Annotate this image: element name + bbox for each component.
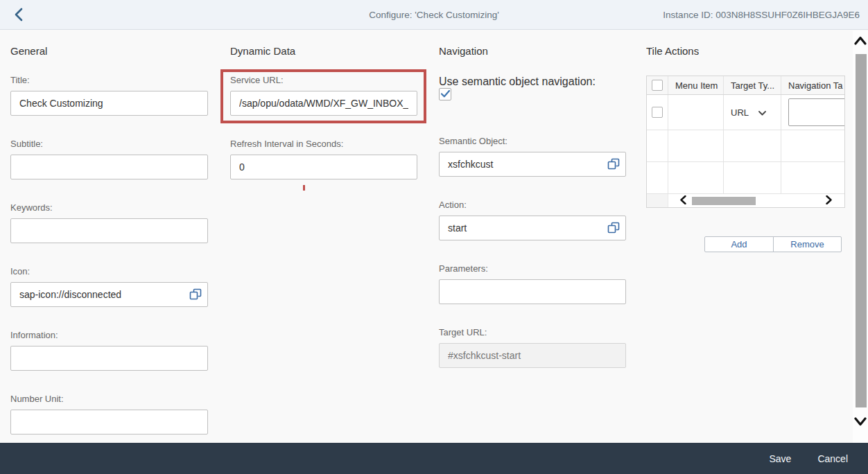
chevron-right-icon [826, 196, 832, 207]
navigation-target-input[interactable] [788, 98, 845, 126]
add-button[interactable]: Add [704, 236, 774, 252]
instance-id: Instance ID: 003N8H8SSUHF0Z6IHBEGJA9E6 [663, 10, 860, 20]
refresh-interval-label: Refresh Interval in Seconds: [230, 139, 417, 149]
header-bar: Configure: 'Check Customizing' Instance … [0, 0, 868, 30]
service-url-input[interactable] [230, 91, 417, 116]
action-field-group: Action: [439, 200, 626, 240]
icon-field-group: Icon: [10, 267, 208, 307]
parameters-label: Parameters: [439, 264, 626, 274]
value-help-icon [189, 292, 202, 303]
cancel-button[interactable]: Cancel [809, 449, 856, 468]
column-header-target-type: Target Ty... [724, 76, 781, 94]
title-input[interactable] [10, 91, 208, 116]
target-type-select[interactable]: URL [731, 107, 766, 118]
semantic-nav-checkbox[interactable] [439, 88, 451, 100]
keywords-field-group: Keywords: [10, 203, 208, 243]
chevron-down-icon [758, 107, 766, 118]
scrollbar-corner [647, 194, 668, 208]
icon-value-help-button[interactable] [189, 288, 202, 301]
tile-actions-header-row: Menu Item Target Ty... Navigation Ta [647, 76, 845, 95]
navigation-heading: Navigation [439, 46, 626, 57]
subtitle-input[interactable] [10, 155, 208, 179]
information-label: Information: [10, 331, 208, 340]
table-row: URL [647, 95, 845, 130]
target-url-field-group: Target URL: [439, 328, 626, 368]
back-chevron-icon [13, 8, 24, 24]
section-dynamic-data: Dynamic Data Service URL: Refresh Interv… [230, 46, 417, 203]
vertical-scrollbar [853, 30, 868, 444]
chevron-down-icon [854, 418, 867, 428]
chevron-left-icon [680, 196, 686, 207]
tile-actions-buttons: Add Remove [704, 236, 842, 252]
semantic-nav-label: Use semantic object navigation: [439, 76, 596, 87]
horizontal-scrollbar-thumb[interactable] [692, 197, 756, 205]
semantic-nav-field-group: Use semantic object navigation: [439, 76, 626, 100]
action-input[interactable] [439, 216, 626, 240]
tile-actions-heading: Tile Actions [646, 46, 845, 57]
number-unit-label: Number Unit: [10, 394, 208, 404]
chevron-up-icon [854, 37, 867, 47]
value-help-icon [607, 162, 620, 173]
semantic-object-label: Semantic Object: [439, 137, 626, 146]
select-all-checkbox[interactable] [652, 80, 663, 91]
value-help-icon [607, 226, 620, 236]
parameters-field-group: Parameters: [439, 264, 626, 304]
refresh-interval-input[interactable] [230, 155, 417, 179]
keywords-input[interactable] [10, 218, 208, 243]
title-label: Title: [10, 76, 208, 85]
column-header-menu-item: Menu Item [668, 76, 724, 94]
icon-label: Icon: [10, 267, 208, 276]
number-unit-input[interactable] [10, 410, 208, 434]
keywords-label: Keywords: [10, 203, 208, 213]
scroll-right-button[interactable] [826, 195, 832, 207]
save-button[interactable]: Save [761, 449, 799, 468]
scroll-left-button[interactable] [680, 195, 686, 207]
back-button[interactable] [8, 6, 29, 25]
table-horizontal-scrollbar [647, 194, 845, 208]
section-navigation: Navigation Use semantic object navigatio… [439, 46, 626, 392]
target-url-label: Target URL: [439, 328, 626, 337]
semantic-object-value-help-button[interactable] [607, 158, 620, 170]
number-unit-field-group: Number Unit: [10, 394, 208, 434]
icon-input[interactable] [10, 282, 208, 307]
scroll-down-button[interactable] [854, 417, 867, 428]
subtitle-label: Subtitle: [10, 139, 208, 149]
scroll-up-button[interactable] [854, 36, 867, 47]
semantic-object-input[interactable] [439, 152, 626, 177]
general-heading: General [10, 46, 208, 57]
refresh-interval-field-group: Refresh Interval in Seconds: [230, 139, 417, 179]
vertical-scrollbar-thumb[interactable] [856, 54, 867, 407]
section-tile-actions: Tile Actions [646, 46, 845, 76]
service-url-field-group: Service URL: [230, 76, 417, 116]
table-row [647, 162, 845, 194]
tile-actions-table: Menu Item Target Ty... Navigation Ta URL [646, 76, 845, 208]
subtitle-field-group: Subtitle: [10, 139, 208, 179]
table-row [647, 130, 845, 162]
information-field-group: Information: [10, 331, 208, 371]
target-url-input [439, 343, 626, 368]
service-url-label: Service URL: [230, 76, 417, 85]
parameters-input[interactable] [439, 279, 626, 304]
checkmark-icon [441, 88, 450, 100]
semantic-object-field-group: Semantic Object: [439, 137, 626, 177]
action-label: Action: [439, 200, 626, 210]
target-type-value: URL [731, 107, 749, 118]
row-select-checkbox[interactable] [652, 107, 663, 118]
column-header-navigation-target: Navigation Ta [781, 76, 845, 94]
footer-bar: Save Cancel [0, 443, 868, 474]
menu-item-cell[interactable] [668, 95, 724, 130]
page-title: Configure: 'Check Customizing' [369, 10, 498, 20]
remove-button[interactable]: Remove [773, 236, 842, 252]
section-general: General Title: Subtitle: Keywords: Icon: [10, 46, 208, 458]
dynamic-data-heading: Dynamic Data [230, 46, 417, 57]
information-input[interactable] [10, 346, 208, 371]
action-value-help-button[interactable] [607, 222, 620, 234]
title-field-group: Title: [10, 76, 208, 116]
